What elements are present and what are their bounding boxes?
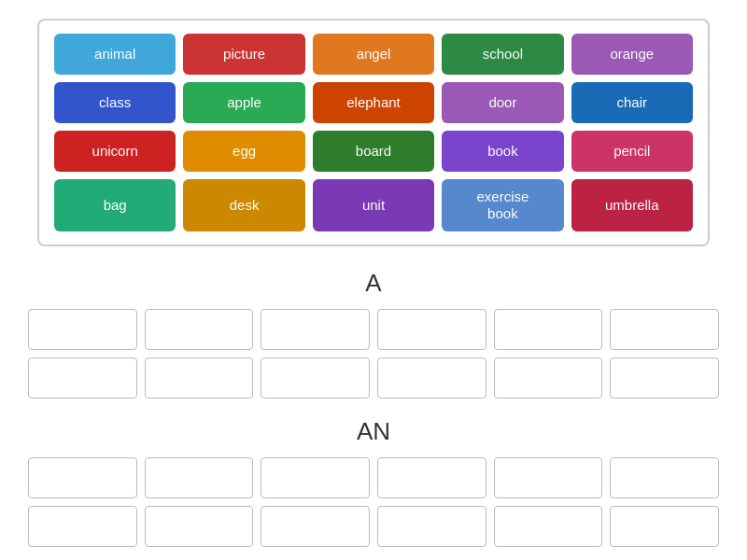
drop-cell-a-0-5[interactable] — [610, 309, 719, 350]
word-tile-desk[interactable]: desk — [183, 179, 304, 231]
drop-cell-a-1-2[interactable] — [261, 357, 370, 399]
drop-cell-an-0-5[interactable] — [610, 457, 719, 498]
drop-row-an-1 — [28, 506, 719, 547]
section-an: AN — [19, 417, 728, 547]
word-tile-animal[interactable]: animal — [54, 34, 176, 75]
drop-cell-a-1-1[interactable] — [145, 357, 254, 399]
word-tile-chair[interactable]: chair — [571, 82, 693, 123]
drop-cell-an-0-0[interactable] — [28, 457, 137, 498]
drop-cell-a-1-0[interactable] — [28, 357, 137, 399]
drop-cell-an-0-4[interactable] — [494, 457, 603, 498]
word-tile-book[interactable]: book — [442, 131, 563, 172]
drop-cell-an-1-5[interactable] — [610, 506, 719, 547]
word-tile-exercise-book[interactable]: exercise book — [442, 179, 563, 231]
word-bank: animalpictureangelschoolorangeclassapple… — [37, 19, 710, 246]
word-tile-orange[interactable]: orange — [571, 34, 693, 75]
drop-row-an-0 — [28, 457, 719, 498]
drop-cell-an-0-2[interactable] — [261, 457, 370, 498]
drop-cell-an-1-3[interactable] — [377, 506, 486, 547]
drop-cell-a-0-4[interactable] — [494, 309, 603, 350]
drop-cell-an-1-0[interactable] — [28, 506, 137, 547]
drop-row-a-0 — [28, 309, 719, 350]
drop-cell-an-1-1[interactable] — [145, 506, 254, 547]
word-tile-elephant[interactable]: elephant — [313, 82, 434, 123]
word-tile-apple[interactable]: apple — [183, 82, 304, 123]
drop-cell-a-0-2[interactable] — [261, 309, 370, 350]
sections-container: AAN — [19, 269, 728, 547]
section-a: A — [19, 269, 728, 399]
word-tile-school[interactable]: school — [442, 34, 563, 75]
drop-cell-an-0-1[interactable] — [145, 457, 254, 498]
word-tile-picture[interactable]: picture — [183, 34, 304, 75]
drop-row-a-1 — [28, 357, 719, 399]
word-tile-unicorn[interactable]: unicorn — [54, 131, 176, 172]
drop-cell-a-0-3[interactable] — [377, 309, 486, 350]
word-tile-door[interactable]: door — [442, 82, 563, 123]
drop-cell-a-0-1[interactable] — [145, 309, 254, 350]
word-tile-class[interactable]: class — [54, 82, 176, 123]
drop-cell-a-1-4[interactable] — [494, 357, 603, 399]
word-tile-umbrella[interactable]: umbrella — [571, 179, 693, 231]
drop-cell-an-0-3[interactable] — [377, 457, 486, 498]
section-label-a: A — [19, 269, 728, 298]
word-tile-unit[interactable]: unit — [313, 179, 434, 231]
drop-cell-an-1-2[interactable] — [261, 506, 370, 547]
word-tile-egg[interactable]: egg — [183, 131, 304, 172]
drop-cell-a-1-5[interactable] — [610, 357, 719, 399]
section-label-an: AN — [19, 417, 728, 446]
drop-cell-a-1-3[interactable] — [377, 357, 486, 399]
word-tile-board[interactable]: board — [313, 131, 434, 172]
word-tile-pencil[interactable]: pencil — [571, 131, 693, 172]
drop-cell-a-0-0[interactable] — [28, 309, 137, 350]
drop-cell-an-1-4[interactable] — [494, 506, 603, 547]
word-tile-angel[interactable]: angel — [313, 34, 434, 75]
word-tile-bag[interactable]: bag — [54, 179, 176, 231]
